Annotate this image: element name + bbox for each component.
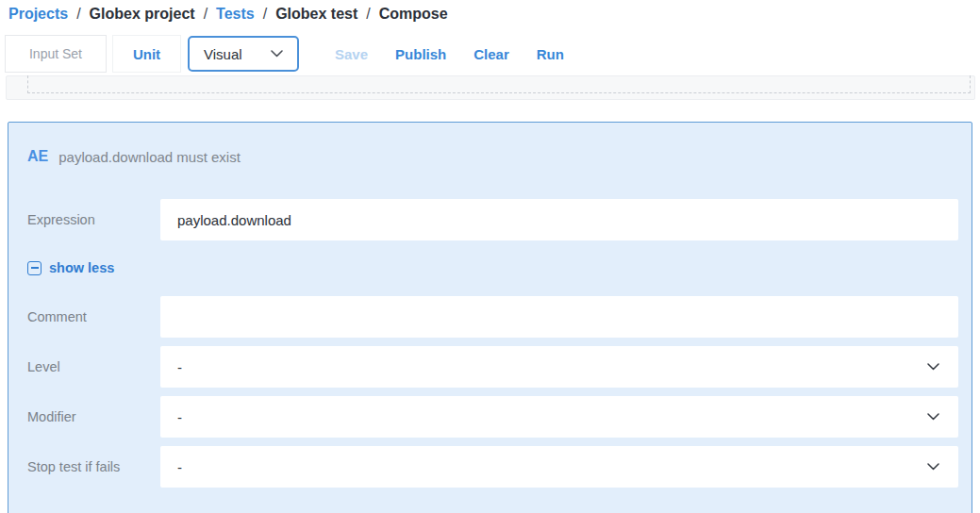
compose-toolbar: Input Set Unit Visual Save Publish Clear… [0,35,980,73]
comment-input[interactable] [160,296,958,338]
drop-zone-dashed-outline [27,75,971,93]
stop-test-value: - [177,459,182,475]
breadcrumb-separator: / [204,6,208,23]
breadcrumb: Projects / Globex project / Tests / Glob… [0,0,980,23]
breadcrumb-separator: / [263,6,267,23]
assertion-panel: AE payload.download must exist Expressio… [8,122,972,513]
level-row: Level - [27,346,958,388]
level-select[interactable]: - [160,346,958,388]
modifier-select[interactable]: - [160,396,958,438]
expression-input[interactable] [160,199,958,240]
assertion-title: payload.download must exist [58,149,241,165]
toolbar-actions: Save Publish Clear Run [335,46,564,62]
breadcrumb-projects[interactable]: Projects [8,6,68,23]
stop-test-label: Stop test if fails [27,459,160,474]
chevron-down-icon [927,413,939,421]
breadcrumb-test-name: Globex test [275,6,357,23]
level-label: Level [27,359,160,374]
breadcrumb-separator: / [76,6,80,23]
chevron-down-icon [927,363,939,371]
assertion-type-badge: AE [27,148,48,165]
assertion-form: Expression show less Comment Level - Mod… [8,199,972,488]
level-value: - [177,359,182,375]
modifier-label: Modifier [27,409,160,424]
tab-input-set[interactable]: Input Set [5,35,107,73]
view-mode-select[interactable]: Visual [188,36,299,72]
clear-button[interactable]: Clear [473,46,509,62]
breadcrumb-separator: / [366,6,370,23]
show-less-label: show less [49,260,114,275]
minus-square-icon [27,261,42,275]
save-button[interactable]: Save [335,46,368,62]
comment-row: Comment [27,296,958,338]
breadcrumb-compose: Compose [379,6,448,23]
assertion-panel-header: AE payload.download must exist [8,123,972,165]
publish-button[interactable]: Publish [395,46,446,62]
breadcrumb-project-name: Globex project [90,6,195,23]
stop-test-row: Stop test if fails - [27,446,958,488]
component-drop-zone[interactable] [6,75,975,100]
show-less-toggle[interactable]: show less [27,260,958,275]
expression-row: Expression [27,199,958,240]
view-mode-value: Visual [204,46,242,62]
run-button[interactable]: Run [537,46,564,62]
expression-label: Expression [27,212,160,227]
modifier-value: - [177,409,182,425]
comment-label: Comment [27,309,160,324]
breadcrumb-tests[interactable]: Tests [216,6,255,23]
modifier-row: Modifier - [27,396,958,438]
tab-unit[interactable]: Unit [112,35,181,73]
stop-test-select[interactable]: - [160,446,958,488]
chevron-down-icon [927,463,939,471]
chevron-down-icon [271,50,283,58]
